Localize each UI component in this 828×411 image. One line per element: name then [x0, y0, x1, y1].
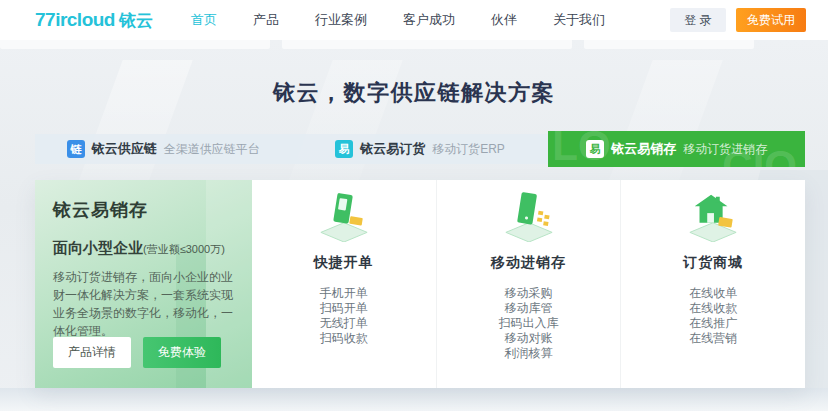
- tab-desc: 全渠道供应链平台: [164, 141, 260, 158]
- top-nav: 77ircloud 铱云 首页 产品 行业案例 客户成功 伙伴 关于我们 登 录…: [0, 0, 828, 40]
- feature-item: 扫码出入库: [437, 316, 621, 331]
- tab-supply-chain[interactable]: 链 铱云供应链 全渠道供应链平台: [35, 134, 292, 164]
- product-detail-button[interactable]: 产品详情: [53, 337, 131, 368]
- feature-item: 无线打单: [252, 316, 436, 331]
- card-actions: 产品详情 免费体验: [53, 337, 221, 368]
- login-button[interactable]: 登 录: [670, 8, 726, 32]
- product-description: 移动订货进销存，面向小企业的业财一体化解决方案，一套系统实现业务全场景的数字化，…: [53, 268, 234, 340]
- tab-easy-inventory[interactable]: LO CIO 易 铱云易销存 移动订货进销存: [548, 131, 805, 167]
- feature-list: 在线收单 在线收款 在线推广 在线营销: [621, 286, 805, 346]
- nav-item-products[interactable]: 产品: [253, 11, 279, 29]
- watermark-text: CIO: [722, 145, 797, 167]
- order-mall-icon: [684, 190, 742, 242]
- feature-column-quick-order: 快捷开单 手机开单 扫码开单 无线打单 扫码收款: [252, 180, 436, 388]
- yi-icon: 易: [335, 140, 353, 158]
- feature-item: 移动对账: [437, 331, 621, 346]
- nav-item-partners[interactable]: 伙伴: [491, 11, 517, 29]
- feature-item: 在线收款: [621, 301, 805, 316]
- feature-column-order-mall: 订货商城 在线收单 在线收款 在线推广 在线营销: [620, 180, 805, 388]
- audience-label: 面向小型企业: [53, 239, 143, 256]
- nav-item-cases[interactable]: 行业案例: [315, 11, 367, 29]
- feature-item: 在线营销: [621, 331, 805, 346]
- tab-name: 铱云易销存: [611, 140, 676, 158]
- feature-item: 在线收单: [621, 286, 805, 301]
- nav-actions: 登 录 免费试用: [670, 8, 806, 32]
- product-summary-card: 铱云易销存 面向小型企业(营业额≤3000万) 移动订货进销存，面向小企业的业财…: [35, 180, 252, 388]
- free-trial-button[interactable]: 免费试用: [736, 8, 806, 32]
- background-card-decoration: [584, 40, 754, 49]
- free-experience-button[interactable]: 免费体验: [143, 337, 221, 368]
- feature-item: 扫码收款: [252, 331, 436, 346]
- nav-item-customer-success[interactable]: 客户成功: [403, 11, 455, 29]
- product-title: 铱云易销存: [53, 198, 234, 222]
- background-card-decoration: [282, 40, 572, 49]
- product-audience: 面向小型企业(营业额≤3000万): [53, 239, 234, 258]
- feature-item: 移动采购: [437, 286, 621, 301]
- floor-decoration: [0, 388, 828, 411]
- nav-item-home[interactable]: 首页: [191, 11, 217, 29]
- feature-item: 手机开单: [252, 286, 436, 301]
- feature-list: 移动采购 移动库管 扫码出入库 移动对账 利润核算: [437, 286, 621, 361]
- chain-icon: 链: [67, 140, 85, 158]
- logo-chinese: 铱云: [119, 9, 153, 32]
- feature-item: 利润核算: [437, 346, 621, 361]
- tab-easy-ordering[interactable]: 易 铱云易订货 移动订货ERP: [292, 134, 549, 164]
- hero-section: 铱云，数字供应链解决方案 链 铱云供应链 全渠道供应链平台 易 铱云易订货 移动…: [0, 40, 828, 411]
- feature-columns: 快捷开单 手机开单 扫码开单 无线打单 扫码收款: [252, 180, 805, 388]
- tab-name: 铱云易订货: [360, 140, 425, 158]
- feature-item: 扫码开单: [252, 301, 436, 316]
- page-title: 铱云，数字供应链解决方案: [0, 78, 828, 108]
- watermark-text: LO: [552, 131, 610, 167]
- product-panel: 铱云易销存 面向小型企业(营业额≤3000万) 移动订货进销存，面向小企业的业财…: [35, 180, 805, 388]
- brand-logo[interactable]: 77ircloud 铱云: [35, 9, 153, 32]
- page: 77ircloud 铱云 首页 产品 行业案例 客户成功 伙伴 关于我们 登 录…: [0, 0, 828, 411]
- product-tabbar: 链 铱云供应链 全渠道供应链平台 易 铱云易订货 移动订货ERP LO CIO …: [35, 134, 805, 164]
- tab-desc: 移动订货ERP: [432, 141, 505, 158]
- feature-column-mobile-inventory: 移动进销存 移动采购 移动库管 扫码出入库 移动对账 利润核算: [436, 180, 621, 388]
- feature-list: 手机开单 扫码开单 无线打单 扫码收款: [252, 286, 436, 346]
- column-title: 快捷开单: [252, 254, 436, 272]
- feature-item: 移动库管: [437, 301, 621, 316]
- feature-item: 在线推广: [621, 316, 805, 331]
- background-card-decoration: [0, 40, 270, 49]
- mobile-inventory-icon: [500, 190, 558, 242]
- logo-wordmark: 77ircloud: [35, 9, 115, 31]
- column-title: 订货商城: [621, 254, 805, 272]
- audience-note: (营业额≤3000万): [143, 243, 225, 255]
- nav-item-about[interactable]: 关于我们: [553, 11, 605, 29]
- column-title: 移动进销存: [437, 254, 621, 272]
- tab-name: 铱云供应链: [92, 140, 157, 158]
- quick-order-icon: [315, 190, 373, 242]
- main-nav: 首页 产品 行业案例 客户成功 伙伴 关于我们: [191, 11, 605, 29]
